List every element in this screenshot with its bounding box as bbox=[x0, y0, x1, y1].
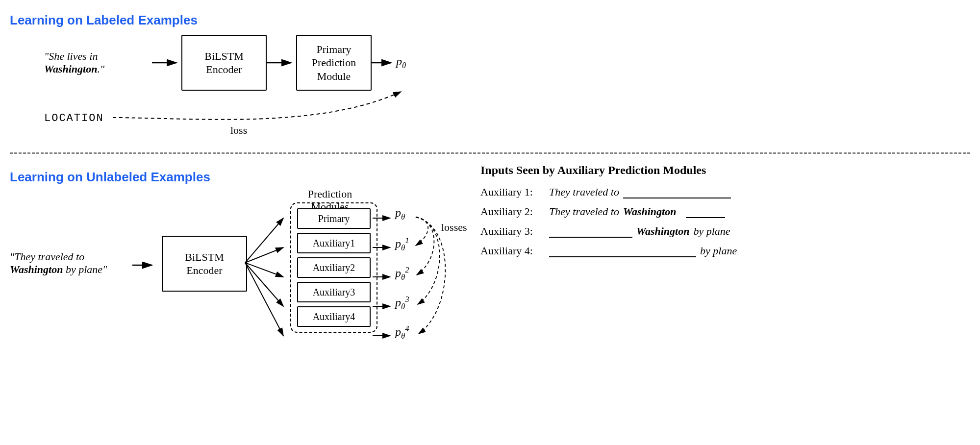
module-aux-3: Auxiliary 3 bbox=[297, 282, 371, 302]
module-aux-2: Auxiliary 2 bbox=[297, 257, 371, 278]
svg-line-5 bbox=[245, 247, 283, 263]
module-primary: Primary bbox=[297, 208, 371, 229]
arrow-module-to-p bbox=[372, 58, 396, 68]
dashed-loss-curve bbox=[44, 96, 446, 140]
section-unlabeled: Learning on Unlabeled Examples "They tra… bbox=[10, 167, 970, 388]
aux-input-row-4: Auxiliary 4: by plane bbox=[480, 245, 970, 257]
arrow-encoder-to-module bbox=[267, 58, 296, 68]
encoder-box-bottom: BiLSTM Encoder bbox=[162, 236, 247, 292]
primary-module-box-top: Primary Prediction Module bbox=[296, 35, 372, 91]
arrow-input-to-encoder-bottom bbox=[132, 260, 157, 270]
aux-input-row-1: Auxiliary 1: They traveled to bbox=[480, 186, 970, 198]
modules-group: Primary Auxiliary 1 Auxiliary 2 Auxiliar… bbox=[290, 202, 377, 333]
unlabeled-input-text: "They traveled to Washington by plane" bbox=[10, 250, 127, 276]
losses-label: losses bbox=[441, 221, 467, 234]
arrow-input-to-encoder bbox=[152, 58, 181, 68]
p-theta-top: pθ bbox=[396, 55, 406, 71]
module-out-arrows bbox=[373, 206, 397, 363]
module-aux-4: Auxiliary 4 bbox=[297, 306, 371, 327]
encoder-box-top: BiLSTM Encoder bbox=[181, 35, 267, 91]
aux-input-row-2: Auxiliary 2: They traveled to Washington bbox=[480, 205, 970, 218]
unlabeled-heading: Learning on Unlabeled Examples bbox=[10, 170, 451, 185]
section-divider bbox=[10, 152, 970, 154]
aux-inputs-title: Inputs Seen by Auxiliary Prediction Modu… bbox=[480, 164, 970, 177]
module-aux-1: Auxiliary 1 bbox=[297, 233, 371, 253]
section-labeled: Learning on Labeled Examples "She lives … bbox=[10, 13, 970, 140]
labeled-input-text: "She lives in Washington." bbox=[44, 50, 152, 75]
fanout-arrows bbox=[245, 206, 289, 363]
labeled-heading: Learning on Labeled Examples bbox=[10, 13, 970, 28]
aux-inputs-panel: Inputs Seen by Auxiliary Prediction Modu… bbox=[480, 164, 970, 264]
aux-input-row-3: Auxiliary 3: Washington by plane bbox=[480, 225, 970, 238]
svg-line-4 bbox=[245, 218, 283, 263]
